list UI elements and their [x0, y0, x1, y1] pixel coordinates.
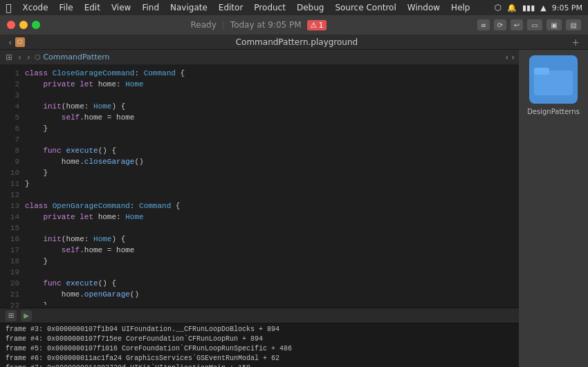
breadcrumb-nav-left[interactable]: ⊞	[4, 53, 14, 62]
console-line: frame #7: 0x0000000011093730d UIKit`UIAp…	[6, 364, 513, 367]
breadcrumb-right: ‹ ›	[505, 53, 515, 62]
console-line: frame #4: 0x0000000107f715ee CoreFoundat…	[6, 335, 513, 344]
warning-badge[interactable]: ⚠ 1	[307, 20, 327, 30]
breadcrumb-path[interactable]: CommandPattern	[43, 53, 109, 62]
menu-navigate[interactable]: Navigate	[170, 3, 208, 12]
breadcrumb-nav-forward[interactable]: ›	[26, 53, 32, 62]
fullscreen-button[interactable]	[32, 21, 40, 29]
titlebar: Ready | Today at 9:05 PM ⚠ 1 ≡ ⟳ ↩ ▭ ▣ ▤	[0, 15, 588, 35]
menu-file[interactable]: File	[59, 3, 73, 12]
breadcrumb-warning-icon: ‹	[505, 53, 508, 62]
warning-count: 1	[318, 21, 323, 30]
layout-btn-5[interactable]: ▣	[546, 19, 562, 30]
console-output: frame #3: 0x0000000107f1b94 UIFoundation…	[0, 323, 519, 367]
title-center: Ready | Today at 9:05 PM ⚠ 1	[46, 20, 472, 30]
layout-btn-1[interactable]: ≡	[477, 19, 490, 30]
tab-title[interactable]: CommandPattern.playground	[25, 37, 569, 47]
menu-xcode[interactable]: Xcode	[22, 3, 48, 12]
menu-window[interactable]: Window	[407, 3, 440, 12]
menu-view[interactable]: View	[111, 3, 131, 12]
title-separator: |	[222, 20, 225, 30]
editor-area: ⊞ ‹ › ⬡ CommandPattern ‹ › 12345 678910 …	[0, 50, 519, 367]
right-sidebar: DesignPatterns	[519, 50, 588, 367]
clock-icon: 9:05 PM	[552, 3, 582, 12]
code-editor[interactable]: 12345 678910 1112131415 1617181920 21222…	[0, 65, 519, 308]
notification-icon: 🔔	[507, 3, 517, 12]
layout-btn-3[interactable]: ↩	[511, 19, 523, 30]
console-line: frame #6: 0x000000011ac1fa24 GraphicsSer…	[6, 354, 513, 364]
menu-source-control[interactable]: Source Control	[335, 3, 396, 12]
title-time: Today at 9:05 PM	[230, 20, 302, 30]
console-area: ⊞ ▶ frame #3: 0x0000000107f1b94 UIFounda…	[0, 308, 519, 367]
close-button[interactable]	[7, 21, 15, 29]
battery-icon: ▮▮▮	[522, 3, 535, 12]
console-toolbar: ⊞ ▶	[0, 308, 519, 323]
breadcrumb-nav-back[interactable]: ‹	[17, 53, 23, 62]
apple-menu[interactable]: 	[6, 2, 11, 13]
folder-label: DesignPatterns	[527, 108, 580, 115]
menubar-right: ⬡ 🔔 ▮▮▮ ▲ 9:05 PM	[495, 3, 582, 12]
tab-bar: ‹ ⬡ CommandPattern.playground +	[0, 35, 588, 50]
svg-rect-1	[534, 68, 549, 75]
layout-btn-2[interactable]: ⟳	[494, 19, 506, 30]
tab-close[interactable]: +	[569, 37, 582, 48]
menu-debug[interactable]: Debug	[297, 3, 324, 12]
status-label: Ready	[191, 20, 217, 30]
tab-icon-file: ⬡	[15, 37, 25, 47]
menu-find[interactable]: Find	[142, 3, 159, 12]
breadcrumb-row: ⊞ ‹ › ⬡ CommandPattern ‹ ›	[0, 50, 519, 65]
menu-editor[interactable]: Editor	[219, 3, 244, 12]
menu-help[interactable]: Help	[451, 3, 470, 12]
code-text[interactable]: class CloseGarageCommand: Command { priv…	[25, 68, 519, 305]
folder-icon[interactable]	[529, 55, 578, 104]
breadcrumb-icon: ⬡	[35, 53, 41, 61]
wifi-icon: ▲	[540, 3, 546, 12]
line-numbers: 12345 678910 1112131415 1617181920 21222…	[0, 68, 25, 305]
menu-bar:  Xcode File Edit View Find Navigate Edi…	[0, 0, 588, 15]
console-line: frame #3: 0x0000000107f1b94 UIFoundation…	[6, 325, 513, 335]
layout-btn-4[interactable]: ▭	[527, 19, 542, 30]
minimize-button[interactable]	[19, 21, 28, 29]
console-line: frame #5: 0x0000000107f1016 CoreFoundati…	[6, 344, 513, 354]
main-window: Ready | Today at 9:05 PM ⚠ 1 ≡ ⟳ ↩ ▭ ▣ ▤…	[0, 15, 588, 367]
console-split-btn[interactable]: ⊞	[6, 310, 17, 321]
console-run-btn[interactable]: ▶	[21, 310, 32, 321]
tab-prev[interactable]: ‹	[6, 37, 15, 48]
menu-edit[interactable]: Edit	[84, 3, 100, 12]
main-area: ⊞ ‹ › ⬡ CommandPattern ‹ › 12345 678910 …	[0, 50, 588, 367]
layout-btn-6[interactable]: ▤	[566, 19, 581, 30]
breadcrumb-error-icon: ›	[511, 53, 515, 62]
titlebar-right-buttons: ≡ ⟳ ↩ ▭ ▣ ▤	[477, 19, 581, 30]
dropbox-icon: ⬡	[495, 3, 502, 12]
menu-product[interactable]: Product	[254, 3, 286, 12]
traffic-lights	[7, 21, 40, 29]
warning-icon: ⚠	[311, 21, 318, 30]
